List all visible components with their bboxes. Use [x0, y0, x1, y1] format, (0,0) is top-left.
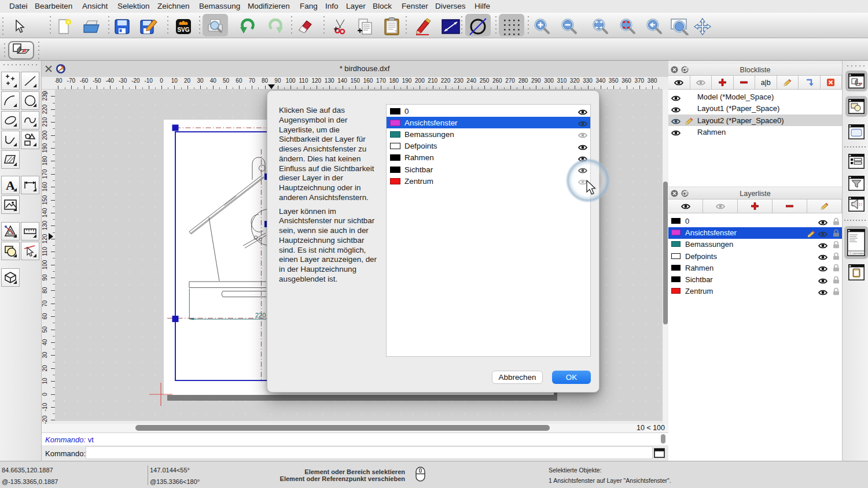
svg-text:220: 220 [255, 312, 266, 319]
svg-text:A: A [6, 178, 15, 192]
svg-text:SVG: SVG [177, 27, 189, 33]
svg-text:C command: C command [849, 252, 865, 255]
